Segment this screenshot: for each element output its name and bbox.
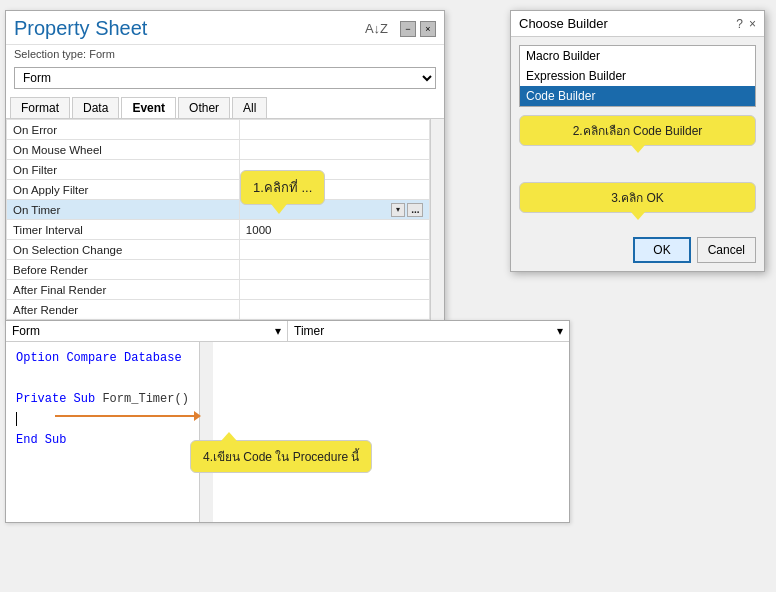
dialog-controls: ? × — [736, 17, 756, 31]
callout-3: 3.คลิก OK — [519, 182, 756, 213]
dialog-title: Choose Builder — [519, 16, 608, 31]
builder-expression[interactable]: Expression Builder — [520, 66, 755, 86]
builder-list: Macro Builder Expression Builder Code Bu… — [519, 45, 756, 107]
table-row: On Selection Change — [7, 240, 430, 260]
ok-button[interactable]: OK — [633, 237, 690, 263]
selection-type-label: Selection type: Form — [6, 45, 444, 63]
table-row: On Error — [7, 120, 430, 140]
properties-table: On Error On Mouse Wheel On Filter On App… — [6, 119, 430, 320]
row-value: 1000 — [239, 220, 430, 240]
form-dropdown-row: Form — [6, 63, 444, 93]
code-scrollbar[interactable] — [199, 342, 213, 522]
tab-format[interactable]: Format — [10, 97, 70, 118]
row-value — [239, 300, 430, 320]
code-body: Option Compare Database Private Sub Form… — [6, 342, 199, 522]
code-editor-header: Form ▾ Timer ▾ — [6, 321, 569, 342]
row-value — [239, 280, 430, 300]
row-label: On Filter — [7, 160, 240, 180]
dialog-question: ? — [736, 17, 743, 31]
code-right-dropdown[interactable]: Timer ▾ — [288, 321, 569, 341]
tab-other[interactable]: Other — [178, 97, 230, 118]
row-label: On Timer — [7, 200, 240, 220]
timer-ellipsis-button[interactable]: ... — [407, 203, 423, 217]
sort-az-icon: A↓Z — [365, 21, 394, 36]
row-label: Timer Interval — [7, 220, 240, 240]
code-line-5: End Sub — [16, 430, 189, 450]
tab-data[interactable]: Data — [72, 97, 119, 118]
row-label: On Error — [7, 120, 240, 140]
dialog-body: Macro Builder Expression Builder Code Bu… — [511, 37, 764, 271]
callout-1: 1.คลิกที่ ... — [240, 170, 325, 205]
row-label: On Apply Filter — [7, 180, 240, 200]
callout-4: 4.เขียน Code ใน Procedure นี้ — [190, 440, 372, 473]
panel-controls: − × — [400, 21, 436, 37]
row-label: Before Render — [7, 260, 240, 280]
row-value — [239, 240, 430, 260]
row-label: After Final Render — [7, 280, 240, 300]
builder-code[interactable]: Code Builder — [520, 86, 755, 106]
table-row: Before Render — [7, 260, 430, 280]
form-select[interactable]: Form — [14, 67, 436, 89]
table-row: Timer Interval 1000 — [7, 220, 430, 240]
scrollbar[interactable] — [430, 119, 444, 320]
builder-macro[interactable]: Macro Builder — [520, 46, 755, 66]
tab-all[interactable]: All — [232, 97, 267, 118]
dialog-buttons: OK Cancel — [519, 233, 756, 263]
dialog-close-icon[interactable]: × — [749, 17, 756, 31]
property-sheet-panel: Property Sheet A↓Z − × Selection type: F… — [5, 10, 445, 321]
callout-2: 2.คลิกเลือก Code Builder — [519, 115, 756, 146]
table-row: On Filter — [7, 160, 430, 180]
code-left-dropdown[interactable]: Form ▾ — [6, 321, 288, 341]
tab-event[interactable]: Event — [121, 97, 176, 118]
table-row: After Render — [7, 300, 430, 320]
row-label: On Selection Change — [7, 240, 240, 260]
on-timer-row: On Timer ▾ ... — [7, 200, 430, 220]
choose-builder-dialog: Choose Builder ? × Macro Builder Express… — [510, 10, 765, 272]
row-label: After Render — [7, 300, 240, 320]
code-line-3: Private Sub Form_Timer() — [16, 389, 189, 409]
property-sheet-titlebar: Property Sheet A↓Z − × — [6, 11, 444, 45]
table-row: On Apply Filter — [7, 180, 430, 200]
table-row: After Final Render — [7, 280, 430, 300]
property-sheet-title: Property Sheet — [14, 17, 147, 40]
callout-4-arrow — [55, 415, 195, 417]
table-row: On Mouse Wheel — [7, 140, 430, 160]
code-content: Option Compare Database Private Sub Form… — [16, 348, 189, 516]
code-line-1: Option Compare Database — [16, 348, 189, 368]
code-line-4 — [16, 409, 189, 429]
cancel-button[interactable]: Cancel — [697, 237, 756, 263]
tabs-row: Format Data Event Other All — [6, 93, 444, 119]
close-button[interactable]: × — [420, 21, 436, 37]
dialog-titlebar: Choose Builder ? × — [511, 11, 764, 37]
row-value — [239, 140, 430, 160]
code-editor-panel: Form ▾ Timer ▾ Option Compare Database P… — [5, 320, 570, 523]
minimize-button[interactable]: − — [400, 21, 416, 37]
code-line-2 — [16, 368, 189, 388]
timer-dropdown-button[interactable]: ▾ — [391, 203, 405, 217]
row-value — [239, 260, 430, 280]
row-value — [239, 120, 430, 140]
row-label: On Mouse Wheel — [7, 140, 240, 160]
